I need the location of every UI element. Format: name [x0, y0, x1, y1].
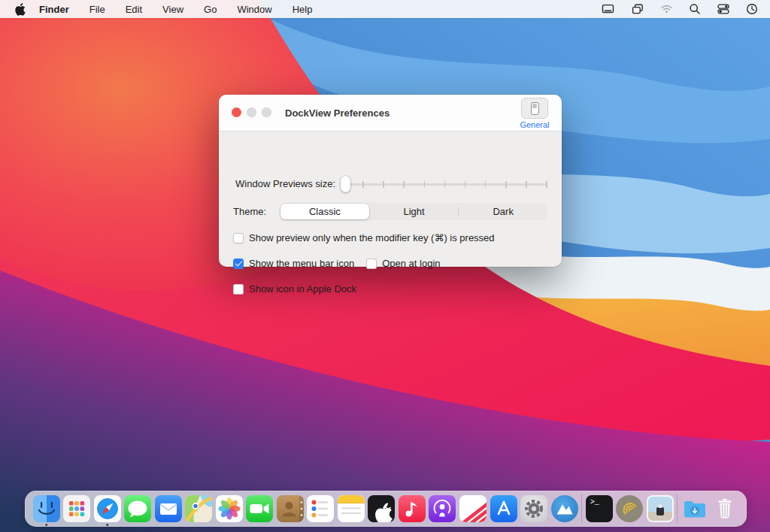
display-icon[interactable] — [601, 3, 615, 15]
menu-app-name[interactable]: Finder — [39, 4, 69, 15]
window-titlebar: DockView Preferences General — [219, 95, 562, 131]
dock-item-launchpad[interactable] — [63, 495, 90, 522]
search-icon[interactable] — [689, 3, 701, 15]
open-at-login-checkbox[interactable] — [366, 258, 377, 269]
dock-item-image-preview[interactable] — [647, 495, 674, 522]
downloads-folder-icon — [681, 495, 708, 522]
preview-size-label: Window Previews size: — [233, 178, 335, 189]
modifier-key-checkbox[interactable] — [233, 233, 244, 243]
photos-icon — [216, 495, 243, 522]
slider-tick — [424, 181, 426, 188]
slider-tick — [526, 181, 527, 188]
dock-item-maps[interactable] — [185, 495, 212, 522]
modifier-key-row: Show preview only when the modifier key … — [233, 232, 495, 243]
dock-item-safari[interactable] — [94, 495, 121, 522]
theme-option-classic[interactable]: Classic — [280, 204, 369, 219]
dock-item-trash[interactable] — [711, 495, 738, 522]
slider-knob[interactable] — [341, 176, 350, 192]
dock-item-podcasts[interactable] — [429, 495, 456, 522]
menu-window[interactable]: Window — [237, 4, 271, 15]
slider-tick — [505, 181, 507, 188]
control-center-icon[interactable] — [717, 3, 730, 15]
modifier-key-label[interactable]: Show preview only when the modifier key … — [249, 232, 495, 243]
theme-option-dark[interactable]: Dark — [459, 203, 547, 220]
apple-dock-icon-row: Show icon in Apple Dock — [233, 283, 356, 295]
menu-view[interactable]: View — [162, 4, 183, 15]
dock-item-system-preferences[interactable] — [520, 495, 547, 522]
windows-icon[interactable] — [631, 3, 644, 15]
trash-icon — [711, 495, 738, 522]
reminders-icon — [307, 495, 334, 522]
slider-tick — [485, 181, 487, 188]
dock-item-terminal[interactable]: >_ — [586, 495, 613, 522]
dock-item-app-store[interactable] — [490, 495, 517, 522]
preview-size-slider[interactable] — [342, 176, 547, 192]
svg-text:tv: tv — [383, 504, 391, 515]
slider-tick — [444, 181, 446, 188]
apple-menu[interactable] — [15, 3, 26, 16]
dock-item-mail[interactable] — [155, 495, 182, 522]
menu-bar: Finder File Edit View Go Window Help — [0, 0, 770, 18]
slider-tick — [546, 181, 547, 188]
dock-item-notes[interactable] — [338, 495, 365, 522]
maps-icon — [185, 495, 212, 522]
dock-item-contacts[interactable] — [277, 495, 304, 522]
contacts-icon — [277, 495, 304, 522]
terminal-prompt: >_ — [590, 498, 599, 506]
launchpad-icon — [63, 495, 90, 522]
dock-item-dockview[interactable] — [551, 495, 578, 522]
apple-dock-icon-checkbox[interactable] — [233, 284, 244, 295]
notes-icon — [338, 495, 365, 522]
dock-item-downloads[interactable] — [681, 495, 708, 522]
general-button-face — [521, 98, 548, 119]
audio-waves-icon — [616, 495, 643, 522]
dock-item-news[interactable] — [459, 495, 487, 522]
menu-bar-icon-checkbox[interactable] — [233, 258, 244, 269]
gear-icon — [520, 495, 547, 522]
menu-bar-icon-label[interactable]: Show the menu bar icon — [249, 258, 354, 269]
menu-edit[interactable]: Edit — [126, 4, 142, 15]
dock-item-music[interactable] — [399, 495, 426, 522]
switch-icon — [531, 102, 539, 115]
general-button-label: General — [520, 120, 549, 129]
theme-segmented-control: Classic Light Dark — [280, 203, 547, 220]
music-note-icon — [399, 495, 426, 522]
slider-tick — [403, 181, 405, 188]
toolbar-general-button[interactable]: General — [514, 98, 556, 129]
dock-item-finder[interactable] — [33, 495, 60, 522]
apple-tv-icon: tv — [368, 495, 395, 522]
dock-item-reminders[interactable] — [307, 495, 334, 522]
slider-tick — [465, 181, 466, 188]
close-button[interactable] — [232, 107, 241, 117]
clock-icon[interactable] — [746, 3, 758, 15]
window-title: DockView Preferences — [285, 107, 390, 119]
dock-item-facetime[interactable] — [246, 495, 273, 522]
dockview-preferences-window: DockView Preferences General Window Prev… — [219, 95, 562, 267]
apple-dock-icon-label[interactable]: Show icon in Apple Dock — [249, 283, 356, 295]
dock-divider — [677, 494, 678, 523]
dock-item-tv[interactable]: tv — [368, 495, 395, 522]
menu-go[interactable]: Go — [204, 4, 217, 15]
slider-tick — [383, 181, 384, 188]
photo-thumbnail-icon — [647, 495, 674, 522]
minimize-button — [247, 107, 256, 117]
dock-item-photos[interactable] — [216, 495, 243, 522]
theme-option-light[interactable]: Light — [370, 203, 459, 220]
facetime-icon — [246, 495, 273, 522]
open-at-login-label[interactable]: Open at login — [382, 258, 440, 269]
dock-divider — [581, 494, 582, 523]
news-icon — [459, 495, 487, 522]
dock-item-messages[interactable] — [124, 495, 151, 522]
wifi-icon[interactable] — [660, 3, 673, 15]
zoom-button — [262, 107, 271, 117]
mountain-icon — [551, 495, 578, 522]
menu-help[interactable]: Help — [293, 4, 313, 15]
dock-item-audio-app[interactable] — [616, 495, 643, 522]
menu-file[interactable]: File — [89, 4, 105, 15]
safari-icon — [94, 495, 121, 522]
menu-bar-icon-row: Show the menu bar icon Open at login — [233, 258, 441, 269]
mail-icon — [155, 495, 182, 522]
dock: tv — [25, 491, 747, 527]
slider-tick — [362, 181, 364, 188]
theme-label: Theme: — [233, 206, 268, 217]
